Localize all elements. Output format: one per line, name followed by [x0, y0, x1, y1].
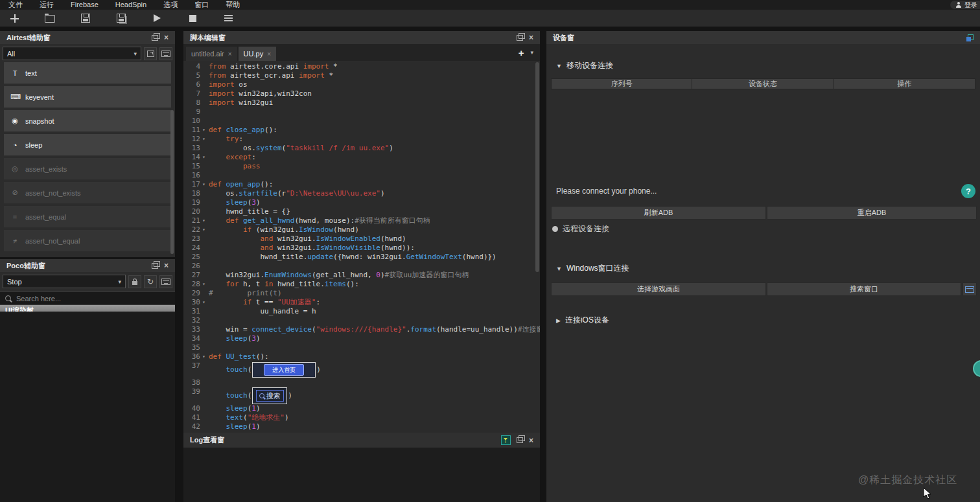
chevron-down-icon: ▾ [134, 51, 137, 57]
snippet-assert_not_exists[interactable]: ⊘assert_not_exists [4, 182, 171, 203]
text-icon: T [10, 69, 19, 77]
line-content: from airtest.core.api import * [209, 62, 338, 71]
snippet-keyevent[interactable]: ⌨keyevent [4, 86, 171, 108]
remote-device-toggle[interactable]: 远程设备连接 [552, 223, 609, 234]
tab-close-icon[interactable]: × [267, 51, 271, 58]
lock-button[interactable] [128, 275, 141, 288]
float-window-icon[interactable] [152, 263, 158, 269]
line-content: sleep(1) [209, 404, 261, 413]
section-ios-connect[interactable]: ▶ 连接iOS设备 [556, 315, 609, 326]
select-game-screen-button[interactable]: 选择游戏画面 [551, 282, 766, 296]
log-output-area[interactable] [183, 448, 540, 502]
airtest-scrollbar[interactable] [170, 110, 174, 254]
ui-tree-area[interactable] [0, 312, 175, 502]
snippet-assert_exists[interactable]: ◎assert_exists [4, 158, 171, 179]
line-content: and win32gui.IsWindowVisible(hwnd)): [209, 244, 415, 253]
window-keyboard-button[interactable] [962, 282, 977, 296]
fold-marker[interactable]: ▾ [202, 216, 209, 225]
code-line-8: 8import win32gui [183, 98, 540, 108]
close-icon[interactable]: × [529, 437, 533, 444]
fold-marker[interactable]: ▾ [202, 135, 209, 144]
float-window-icon[interactable] [152, 35, 158, 41]
poco-keyboard-button[interactable] [159, 275, 172, 288]
save-button[interactable] [76, 12, 95, 25]
code-token: import [209, 80, 235, 89]
code-line-17: 17▾def open_app(): [183, 180, 540, 189]
float-window-icon[interactable] [517, 437, 523, 443]
code-token: ( [248, 391, 252, 400]
stop-script-button[interactable] [183, 12, 202, 25]
fold-marker[interactable]: ▾ [202, 280, 209, 289]
save-all-button[interactable] [112, 12, 130, 25]
new-script-button[interactable]: + [519, 48, 524, 58]
restart-adb-button[interactable]: 重启ADB [767, 206, 977, 220]
code-line-27: 27 win32gui.EnumWindows(get_all_hwnd, 0)… [183, 271, 540, 280]
menu-item-options[interactable]: 选项 [155, 0, 186, 10]
line-number: 39 [183, 387, 202, 396]
section-ios-label: 连接iOS设备 [565, 315, 609, 326]
snippet-snapshot[interactable]: ◉snapshot [4, 110, 171, 131]
code-token: if [243, 298, 251, 307]
log-filter-icon[interactable] [501, 435, 511, 445]
tab-close-icon[interactable]: × [228, 51, 232, 58]
menu-item-firebase[interactable]: Firebase [62, 0, 107, 10]
login-button[interactable]: 登录 [950, 1, 980, 9]
fold-marker[interactable]: ▾ [202, 298, 209, 307]
insert-to-editor-button[interactable] [144, 47, 157, 60]
help-button[interactable]: ? [961, 184, 975, 198]
line-content: sleep(3) [209, 198, 261, 207]
fold-marker[interactable]: ▾ [202, 180, 209, 189]
new-file-button[interactable] [5, 12, 23, 25]
code-line-26: 26 [183, 262, 540, 271]
fold-marker[interactable]: ▾ [202, 225, 209, 234]
code-token: #获取uu加速器的窗口句柄 [385, 271, 469, 280]
close-icon[interactable]: × [164, 262, 169, 269]
close-icon[interactable]: × [529, 34, 533, 41]
watermark: @稀土掘金技术社区 [858, 473, 957, 487]
code-token: 1 [251, 404, 256, 413]
code-token: h, t [239, 280, 264, 289]
tab-list-button[interactable]: ▾ [530, 49, 533, 56]
code-line-37: 37 touch(进入首页) [183, 361, 540, 378]
tab-UU.py[interactable]: UU.py× [239, 47, 276, 61]
line-content: import win32gui [209, 98, 273, 108]
menu-item-headspin[interactable]: HeadSpin [107, 0, 155, 10]
section-windows-connect[interactable]: ▼ Windows窗口连接 [556, 263, 629, 274]
section-mobile-connect[interactable]: ▼ 移动设备连接 [556, 60, 613, 71]
open-folder-button[interactable] [41, 12, 59, 25]
snippet-sleep[interactable]: ◔sleep [4, 134, 171, 155]
float-device-panel-icon[interactable] [966, 34, 974, 41]
snippet-assert_not_equal[interactable]: ≠assert_not_equal [4, 230, 171, 251]
code-editor[interactable]: 4from airtest.core.api import *5from air… [183, 61, 540, 433]
menu-item-file[interactable]: 文件 [0, 0, 31, 10]
refresh-adb-button[interactable]: 刷新ADB [551, 206, 766, 220]
fold-marker[interactable]: ▾ [202, 153, 209, 162]
fold-marker[interactable]: ▾ [202, 352, 209, 361]
inline-image-search[interactable]: 搜索 [252, 387, 287, 404]
close-icon[interactable]: × [164, 34, 169, 41]
poco-search-input[interactable] [15, 294, 170, 303]
run-script-button[interactable] [148, 12, 166, 25]
code-line-42: 42 sleep(1) [183, 422, 540, 431]
editor-scrollbar[interactable] [535, 62, 539, 272]
search-window-button[interactable]: 搜索窗口 [767, 282, 961, 296]
menu-item-window[interactable]: 窗口 [186, 0, 217, 10]
menu-bar: 文件运行FirebaseHeadSpin选项窗口帮助 登录 [0, 0, 980, 10]
connect-phone-hint: Please connect your phone... [556, 187, 657, 196]
poco-panel-title: Poco辅助窗 [6, 261, 45, 271]
menu-item-help[interactable]: 帮助 [217, 0, 248, 10]
refresh-tree-button[interactable]: ↻ [144, 275, 157, 288]
log-report-button[interactable] [219, 12, 237, 25]
float-window-icon[interactable] [517, 35, 523, 41]
code-token: except [226, 153, 252, 162]
api-filter-dropdown[interactable]: All ▾ [3, 47, 141, 60]
keyboard-button[interactable] [159, 47, 172, 60]
tab-untitled.air[interactable]: untitled.air× [186, 47, 237, 61]
snippet-assert_equal[interactable]: =assert_equal [4, 206, 171, 227]
fold-marker[interactable]: ▾ [202, 126, 209, 135]
poco-mode-dropdown[interactable]: Stop ▾ [3, 275, 126, 288]
inline-image-home-button[interactable]: 进入首页 [252, 362, 316, 378]
snippet-text[interactable]: Ttext [4, 62, 171, 84]
menu-item-run[interactable]: 运行 [31, 0, 62, 10]
save-all-icon [117, 14, 126, 23]
